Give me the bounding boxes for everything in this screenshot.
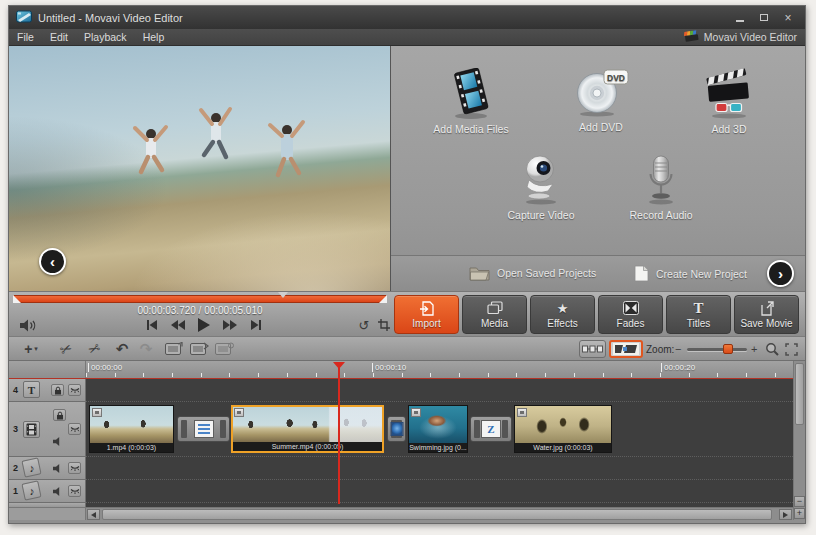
split-clip-icon[interactable]: ✂ [52,335,80,362]
trim-end-handle[interactable] [379,295,387,303]
playhead-marker[interactable] [333,362,345,369]
clip-1mp4[interactable]: 1.mp4 (0:00:03) [89,405,174,453]
zoom-out-icon[interactable]: − [675,339,681,359]
fast-forward-icon[interactable] [219,317,241,333]
zoom-in-icon[interactable]: + [751,339,757,359]
add-dvd-button[interactable]: DVD Add DVD [546,68,656,133]
magnifier-icon[interactable] [765,339,779,359]
clip-properties-icon[interactable] [165,339,184,359]
open-saved-projects-link[interactable]: Open Saved Projects [469,265,596,281]
track-header-column: 4 T 3 2 ♪ 1 ♪ [9,379,86,507]
audio-track-icon[interactable]: ♪ [21,457,41,477]
effects-button[interactable]: ★ Effects [530,295,595,334]
trim-start-handle[interactable] [13,295,21,303]
clip-swimming-jpg[interactable]: Swimming.jpg (0... [408,405,468,453]
titles-button[interactable]: T Titles [666,295,731,334]
hide-track-icon[interactable] [68,423,81,435]
audio-lane-1[interactable] [86,480,793,503]
clip-thumbnail [233,407,382,442]
title-track-icon[interactable]: T [23,381,40,398]
menu-bar: File Edit Playback Help Movavi Video Edi… [9,29,805,46]
mute-track-icon[interactable] [51,435,64,447]
record-audio-button[interactable]: Record Audio [606,154,716,221]
import-label: Import [412,318,440,329]
vertical-scroll-thumb[interactable] [795,363,804,425]
clip-type-badge [517,408,527,417]
timeline-ruler[interactable]: 00:00:00 00:00:10 00:00:20 [9,361,805,379]
preview-prev-button[interactable]: ‹ [39,248,66,275]
title-bar[interactable]: Untitled - Movavi Video Editor × [9,6,805,29]
launchpad-next-button[interactable]: › [767,260,794,287]
track-header-2: 2 ♪ [9,457,86,480]
menu-file[interactable]: File [9,29,42,46]
add-3d-button[interactable]: Add 3D [674,68,784,135]
menu-edit[interactable]: Edit [42,29,76,46]
minimize-icon[interactable] [733,12,747,24]
skip-end-icon[interactable] [245,317,267,333]
rotate-icon[interactable]: ↺ [353,317,375,333]
cut-out-icon[interactable]: ✂ [80,335,108,362]
clip-type-badge [234,408,244,417]
timecode-display: 00:00:03.720 / 00:00:05.010 [9,305,391,316]
hide-track-icon[interactable] [68,462,81,474]
audio-lane-2[interactable] [86,457,793,480]
track-height-minus-icon[interactable]: − [794,496,805,507]
zoom-slider-thumb[interactable] [723,344,733,354]
lock-track-icon[interactable] [51,384,64,396]
scroll-right-icon[interactable] [779,509,792,520]
scroll-left-icon[interactable] [87,509,100,520]
fit-to-screen-icon[interactable] [785,339,798,359]
hide-track-icon[interactable] [68,485,81,497]
document-icon [634,265,649,282]
save-movie-button[interactable]: Save Movie [734,295,799,334]
audio-track-icon[interactable]: ♪ [21,480,41,500]
clip-water-jpg[interactable]: Water.jpg (0:00:03) [514,405,612,453]
rewind-icon[interactable] [167,317,189,333]
crop-icon[interactable] [373,317,395,333]
vertical-scrollbar[interactable]: − + [793,361,805,520]
mute-track-icon[interactable] [51,485,64,497]
zoom-slider[interactable] [687,348,747,351]
add-clip-button[interactable]: + ▾ [17,339,45,359]
clip-name: Summer.mp4 (0:00:05) [233,442,382,451]
title-lane[interactable] [86,379,793,402]
maximize-icon[interactable] [757,12,771,24]
horizontal-scrollbar[interactable] [86,507,793,520]
import-button[interactable]: Import [394,295,459,334]
fades-button[interactable]: Fades [598,295,663,334]
video-track-icon[interactable] [23,421,40,438]
menu-help[interactable]: Help [135,29,173,46]
clip-summer-mp4[interactable]: Summer.mp4 (0:00:05) [231,405,384,453]
clip-tools-icon[interactable] [190,339,209,359]
seek-position-marker[interactable] [278,292,288,298]
track-height-plus-icon[interactable]: + [794,508,805,519]
timeline-view-button[interactable] [609,340,643,358]
skip-start-icon[interactable] [141,317,163,333]
add-media-files-button[interactable]: Add Media Files [416,68,526,135]
preview-seekbar[interactable] [13,295,387,303]
media-button[interactable]: Media [462,295,527,334]
transition-letter-z[interactable]: Z [470,416,512,442]
volume-icon[interactable] [17,317,41,333]
mute-track-icon[interactable] [51,462,64,474]
clip-thumbnail [90,406,173,443]
menu-playback[interactable]: Playback [76,29,135,46]
redo-icon[interactable]: ↷ [137,339,155,359]
capture-video-button[interactable]: Capture Video [486,154,596,221]
playhead-line[interactable] [338,363,340,504]
transition-water[interactable] [387,416,406,442]
create-new-project-link[interactable]: Create New Project [634,265,747,282]
lock-track-icon[interactable] [53,409,66,421]
app-window: Untitled - Movavi Video Editor × File Ed… [8,5,806,524]
play-icon[interactable] [193,317,215,333]
storyboard-view-button[interactable] [579,340,606,358]
video-lane[interactable]: 1.mp4 (0:00:03) Summer.mp4 (0:00:05) Swi… [86,402,793,457]
control-bar: 00:00:03.720 / 00:00:05.010 ↺ Import [9,291,805,336]
hide-track-icon[interactable] [68,384,81,396]
undo-icon[interactable]: ↶ [113,339,131,359]
track-header-3: 3 [9,402,86,457]
transition-fade[interactable] [177,416,230,442]
clip-effects-icon[interactable] [215,339,234,359]
horizontal-scroll-thumb[interactable] [102,509,772,520]
close-icon[interactable]: × [781,12,795,24]
